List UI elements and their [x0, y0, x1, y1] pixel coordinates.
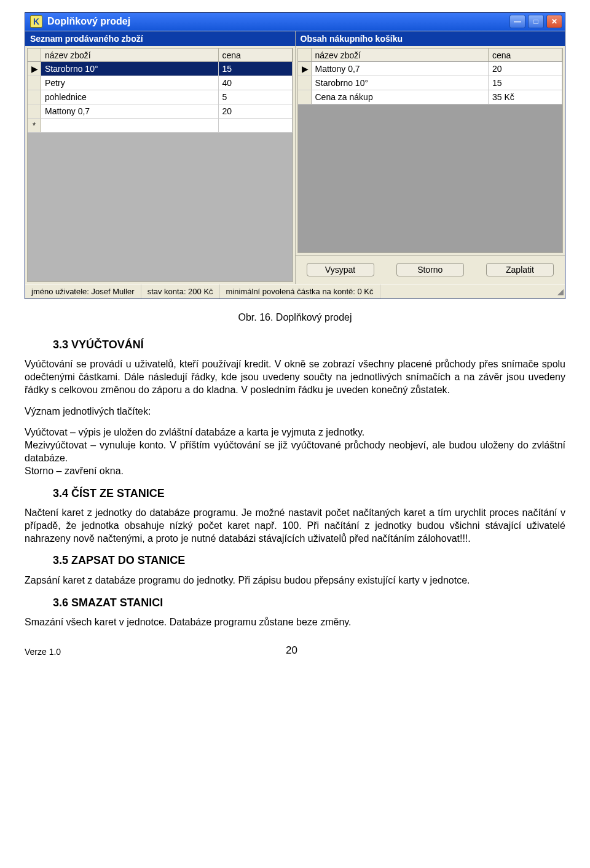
titlebar[interactable]: K Doplňkový prodej — □ ✕	[25, 13, 565, 31]
body-text: Vyúčtování se provádí u uživatelů, kteří…	[25, 358, 565, 396]
minimize-button[interactable]: —	[509, 15, 525, 28]
cell-name	[41, 119, 219, 132]
figure-caption: Obr. 16. Doplňkový prodej	[25, 311, 565, 324]
table-row[interactable]: Petry 40	[28, 76, 293, 90]
status-min: minimální povolená částka na kontě: 0 Kč	[220, 284, 380, 299]
col-price[interactable]: cena	[219, 49, 293, 62]
cell-name: Mattony 0,7	[312, 62, 489, 76]
col-name[interactable]: název zboží	[41, 49, 219, 62]
row-indicator-icon	[28, 90, 41, 104]
products-grid[interactable]: název zboží cena ▶ Starobrno 10° 15 Petr…	[27, 48, 293, 282]
body-text: Načtení karet z jednotky do databáze pro…	[25, 507, 565, 545]
row-indicator-icon	[28, 104, 41, 118]
body-text: Zapsání karet z databáze programu do jed…	[25, 574, 565, 587]
cell-name: Starobrno 10°	[41, 62, 219, 76]
cell-price: 5	[219, 90, 293, 104]
body-text: Vyúčtovat – výpis je uložen do zvláštní …	[25, 426, 565, 439]
status-balance: stav konta: 200 Kč	[141, 284, 220, 299]
cell-price: 35 Kč	[489, 90, 562, 104]
app-window: K Doplňkový prodej — □ ✕ Seznam prodávan…	[25, 12, 565, 299]
window-title: Doplňkový prodej	[47, 16, 130, 27]
cell-price: 20	[219, 104, 293, 118]
right-pane-title: Obsah nákupního košíku	[296, 31, 565, 46]
heading-3-3: 3.3 VYÚČTOVÁNÍ	[25, 338, 565, 352]
statusbar: jméno uživatele: Josef Muller stav konta…	[25, 284, 565, 299]
cell-name: Mattony 0,7	[41, 104, 219, 118]
basket-grid[interactable]: název zboží cena ▶ Mattony 0,7 20 Starob…	[297, 48, 564, 253]
new-row-icon: *	[28, 119, 41, 132]
app-icon: K	[30, 15, 42, 28]
cell-name: Cena za nákup	[312, 90, 489, 104]
cell-price: 40	[219, 76, 293, 90]
row-indicator-icon: ▶	[28, 62, 41, 76]
body-text: Význam jednotlivých tlačítek:	[25, 405, 565, 418]
pane-basket: Obsah nákupního košíku název zboží cena …	[296, 31, 565, 284]
heading-3-6: 3.6 SMAZAT STANICI	[25, 596, 565, 610]
maximize-button[interactable]: □	[528, 15, 544, 28]
col-name[interactable]: název zboží	[312, 49, 489, 62]
cell-price: 15	[219, 62, 293, 76]
table-row[interactable]: ▶ Mattony 0,7 20	[298, 62, 563, 76]
row-indicator-icon	[28, 76, 41, 90]
left-pane-title: Seznam prodávaného zboží	[25, 31, 295, 46]
table-row-new[interactable]: *	[28, 119, 293, 133]
table-row[interactable]: Cena za nákup 35 Kč	[298, 90, 563, 104]
cancel-button[interactable]: Storno	[396, 263, 464, 276]
cell-name: Starobrno 10°	[312, 76, 489, 90]
cell-price: 20	[489, 62, 562, 76]
row-indicator-icon	[298, 90, 312, 104]
table-row[interactable]: Starobrno 10° 15	[298, 76, 563, 90]
row-indicator-icon	[298, 76, 312, 90]
cell-name: Petry	[41, 76, 219, 90]
resize-grip-icon[interactable]: ◢	[556, 284, 565, 299]
body-text: Vyúčtovat – výpis je uložen do zvláštní …	[25, 427, 364, 437]
table-row[interactable]: ▶ Starobrno 10° 15	[28, 62, 293, 76]
close-button[interactable]: ✕	[546, 15, 562, 28]
cell-name: pohlednice	[41, 90, 219, 104]
version-label: Verze 1.0	[25, 646, 61, 657]
pane-products: Seznam prodávaného zboží název zboží cen…	[25, 31, 296, 284]
heading-3-4: 3.4 ČÍST ZE STANICE	[25, 487, 565, 501]
heading-3-5: 3.5 ZAPSAT DO STANICE	[25, 553, 565, 568]
table-row[interactable]: Mattony 0,7 20	[28, 104, 293, 119]
dump-button[interactable]: Vysypat	[307, 263, 374, 276]
body-text: Storno – zavření okna.	[25, 465, 565, 478]
col-price[interactable]: cena	[489, 49, 562, 62]
basket-buttons: Vysypat Storno Zaplatit	[296, 255, 565, 284]
table-row[interactable]: pohlednice 5	[28, 90, 293, 104]
pay-button[interactable]: Zaplatit	[486, 263, 554, 276]
row-indicator-header	[298, 49, 312, 62]
row-indicator-icon: ▶	[298, 62, 312, 76]
body-text: Mezivyúčtovat – vynuluje konto. V příští…	[25, 439, 565, 465]
cell-price	[219, 119, 293, 132]
cell-price: 15	[489, 76, 562, 90]
status-user: jméno uživatele: Josef Muller	[25, 284, 141, 299]
row-indicator-header	[28, 49, 41, 62]
body-text: Smazání všech karet v jednotce. Databáze…	[25, 616, 565, 629]
page-number: 20	[61, 644, 522, 657]
